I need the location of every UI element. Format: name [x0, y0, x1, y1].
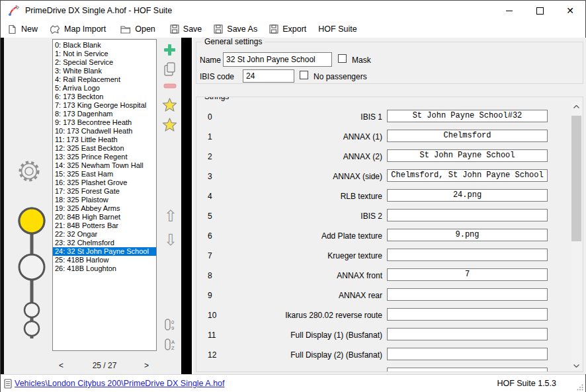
svg-text:0: 0 [171, 319, 174, 325]
string-input[interactable]: Chelmsford, St John Payne School [387, 169, 548, 182]
status-bar: Vehicles\London Citybus 200\PrimeDrive D… [1, 374, 585, 392]
map-import-icon [50, 24, 60, 34]
list-item[interactable]: 18: 325 Plaistow [53, 196, 156, 204]
svg-text:A: A [171, 339, 175, 345]
add-entry-button[interactable] [163, 43, 177, 57]
list-item[interactable]: 19: 325 Abbey Arms [53, 204, 156, 213]
export-icon [269, 24, 278, 34]
string-input[interactable]: 24.png [387, 189, 548, 202]
move-up-button[interactable]: ⇧ [164, 208, 177, 224]
maximize-icon [536, 7, 544, 15]
list-item[interactable]: 5: Arriva Logo [53, 84, 156, 93]
string-row: 5 IBIS 2 [196, 206, 583, 226]
string-input[interactable]: Chelmsford [387, 130, 548, 142]
string-input[interactable] [387, 348, 548, 360]
list-item[interactable]: 13: 325 Prince Regent [53, 153, 156, 161]
list-item[interactable]: 0: Black Blank [53, 41, 156, 50]
new-button[interactable]: New [7, 24, 38, 34]
toolbar-label: Save As [227, 24, 257, 34]
hof-suite-menu[interactable]: HOF Suite [318, 24, 356, 34]
duplicate-entry-icon[interactable] [164, 62, 176, 76]
open-button[interactable]: Open [120, 24, 155, 34]
map-import-button[interactable]: Map Import [50, 24, 106, 34]
pager-next-button[interactable]: > [144, 361, 149, 370]
list-item[interactable]: 11: 173 Little Heath [53, 136, 156, 144]
list-item[interactable]: 20: 84B High Barnet [53, 213, 156, 221]
list-item[interactable]: 17: 325 Forest Gate [53, 187, 156, 196]
string-input[interactable]: St John Payne School#32 [387, 110, 548, 122]
close-button[interactable]: ✕ [555, 1, 585, 20]
string-input[interactable] [387, 308, 548, 321]
list-item[interactable]: 23: 32 Chelmsford [53, 239, 156, 247]
resize-grip[interactable] [577, 384, 583, 391]
pager-count: 25 / 27 [52, 361, 157, 370]
gear-icon[interactable] [16, 158, 42, 184]
string-input[interactable] [387, 368, 548, 372]
string-input[interactable]: St John Payne School [387, 149, 548, 162]
list-item[interactable]: 1: Not in Service [53, 50, 156, 58]
string-row: 11 Full Display (1) (Busfanat) [196, 325, 583, 345]
list-item[interactable]: 9: 173 Becontree Heath [53, 118, 156, 127]
list-item[interactable]: 22: 32 Ongar [53, 230, 156, 239]
list-item[interactable]: 25: 418B Harlow [53, 256, 156, 264]
name-input[interactable]: 32 St John Payne School [223, 52, 332, 67]
new-file-icon [7, 24, 17, 34]
ibis-code-input[interactable]: 24 [243, 69, 294, 83]
save-button[interactable]: Save [170, 24, 202, 34]
string-input[interactable]: 9.png [387, 229, 548, 241]
string-row: 1 ANNAX (1) Chelmsford [196, 127, 583, 147]
minimize-button[interactable] [494, 1, 524, 20]
sort-alphabetic-button[interactable]: A Z [164, 338, 177, 352]
list-item[interactable]: 3: White Blank [53, 67, 156, 75]
minimize-icon [506, 11, 513, 11]
list-item[interactable]: 15: 325 East Ham [53, 170, 156, 178]
title-bar: PrimeDrive DX Single A.hof - HOF Suite ✕ [1, 1, 585, 20]
mask-checkbox[interactable] [338, 54, 347, 63]
string-input[interactable] [387, 288, 548, 301]
svg-text:9: 9 [171, 325, 174, 331]
app-window: PrimeDrive DX Single A.hof - HOF Suite ✕… [0, 0, 586, 392]
route-line-graphic[interactable] [16, 204, 48, 343]
list-item[interactable]: 26: 418B Loughton [53, 264, 156, 273]
string-label: ANNAX (side) [223, 172, 382, 181]
favorite-star-icon[interactable] [162, 97, 177, 112]
file-path-link[interactable]: Vehicles\London Citybus 200\PrimeDrive D… [15, 379, 225, 388]
string-label: Full Display (2) (Busfanat) [223, 350, 382, 360]
list-item[interactable]: 16: 325 Plashet Grove [53, 178, 156, 187]
save-as-button[interactable]: Save As [214, 24, 257, 34]
list-item[interactable]: 10: 173 Chadwell Heath [53, 127, 156, 136]
strings-scrollbar[interactable] [571, 102, 581, 370]
general-settings-legend: General settings [202, 37, 265, 46]
panel-splitter[interactable] [181, 38, 192, 374]
string-row: 9 ANNAX rear [196, 286, 583, 305]
list-item[interactable]: 4: Rail Replacement [53, 75, 156, 84]
strings-legend: Strings [202, 97, 231, 101]
no-passengers-checkbox[interactable] [300, 71, 308, 79]
list-item[interactable]: 24: 32 St John Payne School [53, 247, 156, 256]
remove-entry-button[interactable] [163, 83, 177, 89]
string-input[interactable]: 7 [387, 268, 548, 281]
list-item[interactable]: 6: 173 Beckton [53, 93, 156, 101]
string-input[interactable] [387, 249, 548, 261]
scroll-down-icon[interactable] [571, 361, 581, 370]
string-input[interactable] [387, 328, 548, 340]
list-item[interactable]: 12: 325 East Beckton [53, 144, 156, 153]
export-button[interactable]: Export [269, 24, 306, 34]
list-item[interactable]: 14: 325 Newham Town Hall [53, 161, 156, 170]
scrollbar-thumb[interactable] [571, 116, 581, 241]
string-label: IBIS 2 [223, 212, 382, 221]
string-input[interactable] [387, 209, 548, 221]
name-label: Name [200, 56, 221, 65]
list-item[interactable]: 21: 84B Potters Bar [53, 221, 156, 230]
move-down-button[interactable]: ⇩ [164, 232, 177, 248]
sort-numeric-button[interactable]: 0 9 [164, 318, 177, 333]
destination-list[interactable]: 0: Black Blank1: Not in Service2: Specia… [52, 39, 157, 351]
toolbar: New Map Import Open Save [1, 20, 585, 38]
string-index: 0 [208, 112, 212, 122]
maximize-button[interactable] [524, 1, 555, 20]
favorite-star-icon[interactable] [162, 117, 177, 132]
list-item[interactable]: 2: Special Service [53, 58, 156, 67]
list-item[interactable]: 8: 173 Dagenham [53, 110, 156, 118]
scroll-up-icon[interactable] [571, 102, 581, 111]
list-item[interactable]: 7: 173 King George Hospital [53, 101, 156, 110]
